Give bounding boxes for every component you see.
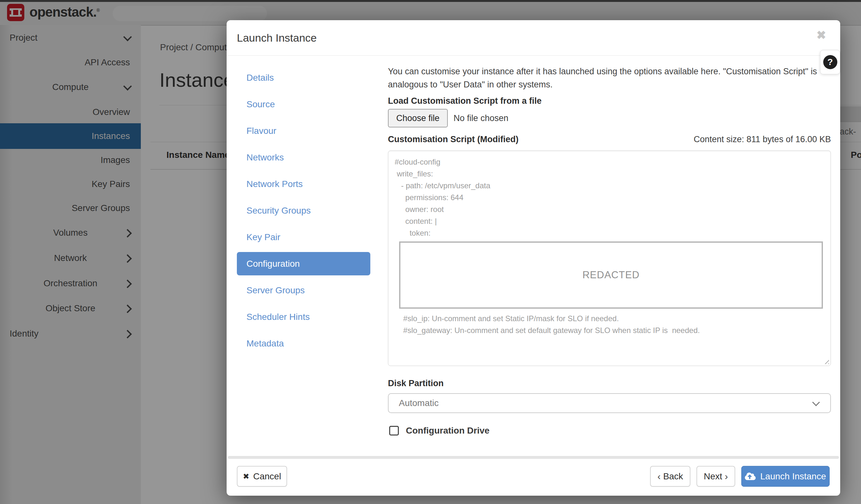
redacted-label: REDACTED	[583, 269, 640, 281]
content-size-text: Content size: 811 bytes of 16.00 KB	[694, 135, 831, 145]
chevron-left-icon: ‹	[657, 472, 661, 481]
disk-partition-value: Automatic	[399, 398, 439, 408]
disk-partition-select[interactable]: Automatic	[388, 393, 831, 413]
modal-header-divider	[227, 55, 840, 56]
script-line: write_files:	[395, 168, 824, 180]
script-line: #cloud-config	[395, 156, 824, 168]
script-line: - path: /etc/vpm/user_data	[395, 180, 824, 191]
tab-source[interactable]: Source	[237, 93, 370, 116]
configuration-drive-checkbox[interactable]	[389, 426, 399, 435]
tab-networks[interactable]: Networks	[237, 146, 370, 169]
close-icon[interactable]: ✖	[817, 28, 826, 42]
launch-instance-button[interactable]: Launch Instance	[741, 466, 830, 487]
redacted-region: REDACTED	[399, 242, 823, 309]
back-button[interactable]: ‹ Back	[650, 466, 691, 487]
openstack-dashboard: openstack.® Project API Access Compute O…	[0, 0, 861, 504]
tab-network-ports[interactable]: Network Ports	[237, 172, 370, 196]
customisation-script-label: Customisation Script (Modified)	[388, 135, 519, 145]
tab-key-pair[interactable]: Key Pair	[237, 226, 370, 249]
tab-configuration[interactable]: Configuration	[237, 252, 370, 275]
customisation-script-textarea[interactable]: #cloud-config write_files: - path: /etc/…	[388, 150, 831, 366]
tab-scheduler-hints[interactable]: Scheduler Hints	[237, 305, 370, 328]
chevron-right-icon: ›	[725, 472, 728, 481]
tab-server-groups[interactable]: Server Groups	[237, 278, 370, 302]
modal-title: Launch Instance	[237, 32, 317, 44]
cloud-upload-icon	[745, 472, 756, 481]
tab-security-groups[interactable]: Security Groups	[237, 199, 370, 222]
modal-body-scrollbar[interactable]	[228, 456, 839, 459]
load-script-label: Load Customisation Script from a file	[388, 96, 542, 106]
tab-metadata[interactable]: Metadata	[237, 332, 370, 355]
config-drive-row: Configuration Drive	[389, 425, 489, 436]
disk-partition-label: Disk Partition	[388, 379, 443, 389]
configuration-description: You can customise your instance after it…	[388, 65, 833, 91]
tab-flavour[interactable]: Flavour	[237, 119, 370, 142]
tab-details[interactable]: Details	[237, 66, 370, 89]
script-line: token:	[395, 227, 824, 239]
script-line: #slo_gateway: Un-comment and set default…	[395, 324, 824, 336]
textarea-resize-handle[interactable]	[823, 358, 829, 364]
choose-file-button[interactable]: Choose file	[388, 109, 448, 127]
script-line: permissions: 644	[395, 191, 824, 203]
next-button[interactable]: Next ›	[696, 466, 735, 487]
script-line: #slo_ip: Un-comment and set Static IP/ma…	[395, 313, 824, 324]
no-file-chosen-text: No file chosen	[453, 113, 508, 123]
script-line: content: |	[395, 215, 824, 227]
x-icon: ✖	[243, 472, 249, 481]
wizard-nav: Details Source Flavour Networks Network …	[237, 66, 370, 358]
cancel-button[interactable]: ✖ Cancel	[237, 466, 287, 487]
file-input-row: Choose file No file chosen	[388, 109, 508, 127]
launch-instance-modal: Launch Instance ✖ ? Details Source Flavo…	[227, 20, 840, 496]
configuration-drive-label: Configuration Drive	[406, 425, 489, 436]
script-line: owner: root	[395, 203, 824, 215]
chevron-down-icon	[812, 398, 820, 406]
